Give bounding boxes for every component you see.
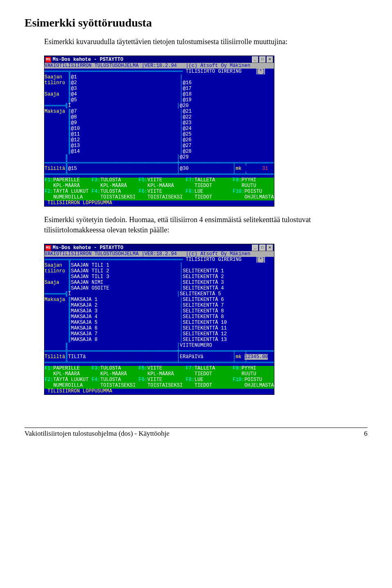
page-heading: Esimerkki syöttöruudusta xyxy=(24,16,368,29)
footer-divider xyxy=(24,428,368,428)
window-icon: MS xyxy=(45,57,51,62)
footer-text: Vakiotilisiirtojen tulostusohjelma (dos)… xyxy=(24,430,169,438)
close-button[interactable]: × xyxy=(267,56,273,63)
maximize-button[interactable]: □ xyxy=(259,245,266,251)
intro-text-2: Esimerkki syötetyin tiedoin. Huomaa, ett… xyxy=(44,215,368,235)
minimize-button[interactable]: _ xyxy=(252,56,258,63)
dos-window-1: MS Ms-Dos kehote - PSTAYTTO _ □ × VAKIOT… xyxy=(44,56,274,207)
dos-screen-1: VAKIOTILISIIRRON TULOSTUSOHJELMA |VER:18… xyxy=(45,63,274,206)
window-icon: MS xyxy=(45,245,51,251)
close-button[interactable]: × xyxy=(267,245,273,251)
minimize-button[interactable]: _ xyxy=(252,245,258,251)
page-footer: Vakiotilisiirtojen tulostusohjelma (dos)… xyxy=(24,430,368,438)
window-title: Ms-Dos kehote - PSTAYTTO xyxy=(53,57,252,62)
titlebar-2: MS Ms-Dos kehote - PSTAYTTO _ □ × xyxy=(45,244,274,252)
dos-window-2: MS Ms-Dos kehote - PSTAYTTO _ □ × VAKIOT… xyxy=(44,244,274,395)
page-number: 6 xyxy=(364,430,368,438)
window-title-2: Ms-Dos kehote - PSTAYTTO xyxy=(53,245,252,251)
intro-text-1: Esimerkki kuvaruudulla täytettävien tiet… xyxy=(44,37,368,47)
titlebar: MS Ms-Dos kehote - PSTAYTTO _ □ × xyxy=(45,56,274,63)
dos-screen-2: VAKIOTILISIIRRON TULOSTUSOHJELMA |VER:18… xyxy=(45,252,274,394)
maximize-button[interactable]: □ xyxy=(259,56,266,63)
